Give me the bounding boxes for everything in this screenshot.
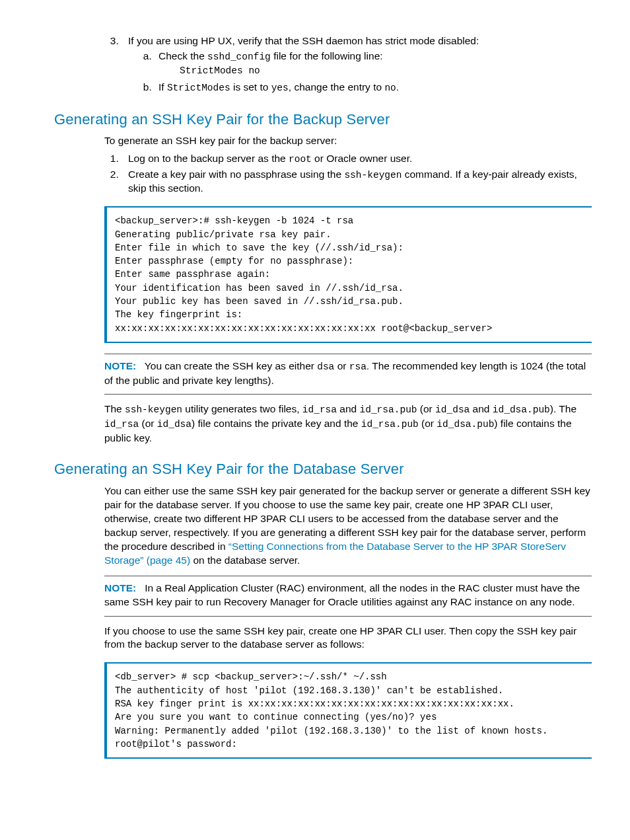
heading-ssh-database: Generating an SSH Key Pair for the Datab…: [54, 459, 592, 479]
database-copy-para: If you choose to use the same SSH key pa…: [104, 625, 592, 652]
step-3: If you are using HP UX, verify that the …: [122, 34, 592, 95]
scp-output: <db_server> # scp <backup_server>:~/.ssh…: [104, 662, 592, 759]
backup-step-2: Create a key pair with no passphrase usi…: [122, 168, 592, 196]
note-label: NOTE:: [104, 360, 136, 371]
step-3-text: If you are using HP UX, verify that the …: [128, 35, 479, 46]
step-3b: If StrictModes is set to yes, change the…: [155, 81, 592, 95]
step-3-list: If you are using HP UX, verify that the …: [54, 34, 592, 95]
note-ssh-key-type: NOTE: You can create the SSH key as eith…: [104, 354, 592, 395]
ssh-keygen-files-para: The ssh-keygen utility generates two fil…: [104, 402, 592, 445]
heading-ssh-backup: Generating an SSH Key Pair for the Backu…: [54, 110, 592, 130]
strictmodes-line: StrictModes no: [180, 65, 592, 78]
note-label: NOTE:: [104, 582, 136, 593]
step-3a: Check the sshd_config file for the follo…: [155, 50, 592, 78]
backup-intro: To generate an SSH key pair for the back…: [104, 134, 592, 148]
backup-steps: Log on to the backup server as the root …: [54, 152, 592, 196]
ssh-keygen-output: <backup_server>:# ssh-keygen -b 1024 -t …: [104, 206, 592, 343]
note-rac-environment: NOTE: In a Real Application Cluster (RAC…: [104, 576, 592, 617]
step-3-sublist: Check the sshd_config file for the follo…: [128, 50, 592, 95]
code-sshd-config: sshd_config: [207, 52, 271, 62]
database-intro-para: You can either use the same SSH key pair…: [104, 484, 592, 568]
backup-step-1: Log on to the backup server as the root …: [122, 152, 592, 167]
